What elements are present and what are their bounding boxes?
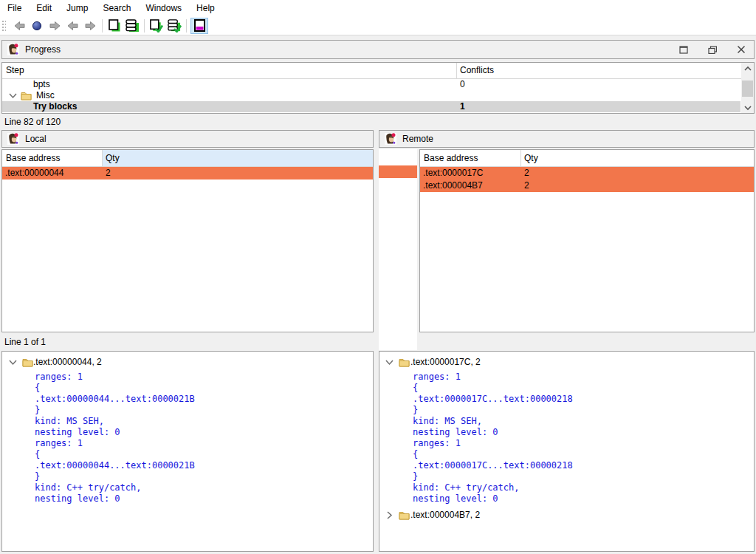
column-divider[interactable] [520, 150, 521, 166]
step-row-misc[interactable]: Misc [2, 90, 740, 101]
code-line: { [413, 449, 573, 460]
back-arrow-icon[interactable] [11, 18, 27, 34]
hexrays-lady-icon [7, 44, 19, 55]
local-row[interactable]: .text:00000044 2 [2, 167, 373, 179]
chevron-right-icon[interactable] [385, 510, 395, 520]
code-line: ranges: 1 [35, 438, 195, 449]
file-document-icon[interactable] [106, 18, 123, 34]
code-line: kind: MS SEH, [413, 416, 573, 427]
toolbar-separator [144, 19, 145, 33]
step-conflicts: 1 [460, 101, 465, 112]
step-label: bpts [33, 79, 50, 90]
merge-view-mode-icon[interactable] [190, 18, 208, 34]
progress-titlebar[interactable]: Progress [1, 40, 755, 59]
column-header-qty[interactable]: Qty [524, 153, 538, 163]
database-stack-icon[interactable] [124, 18, 140, 34]
file-document-accept-icon[interactable] [148, 18, 165, 34]
current-location-dot-icon[interactable] [29, 18, 45, 34]
diff-gutter [379, 149, 417, 350]
code-line: ranges: 1 [35, 372, 195, 383]
qty-cell: 2 [524, 167, 529, 179]
column-header-qty[interactable]: Qty [106, 153, 120, 163]
menu-edit[interactable]: Edit [29, 1, 59, 16]
local-table-header: Base address Qty [2, 150, 373, 167]
folder-icon [399, 357, 410, 367]
folder-icon [399, 510, 410, 520]
chevron-down-icon[interactable] [8, 91, 18, 100]
column-header-base-address[interactable]: Base address [424, 153, 478, 163]
restore-icon[interactable] [704, 41, 721, 58]
scroll-down-icon[interactable] [741, 102, 754, 113]
steps-table-header: Step Conflicts [2, 63, 754, 79]
prev-difference-arrow-icon[interactable] [64, 18, 80, 34]
close-icon[interactable] [733, 41, 749, 58]
local-detail-node[interactable]: .text:00000044, 2 [2, 356, 373, 368]
code-line: kind: C++ try/catch, [413, 482, 573, 493]
next-difference-arrow-icon[interactable] [82, 18, 98, 34]
line-status-bottom-text: Line 1 of 1 [4, 337, 46, 347]
chevron-down-icon[interactable] [385, 358, 395, 367]
step-row-bpts[interactable]: bpts 0 [2, 79, 740, 90]
remote-table-header: Base address Qty [420, 150, 754, 167]
hexrays-lady-icon [385, 133, 396, 145]
line-status-top: Line 82 of 120 [0, 114, 756, 129]
remote-row[interactable]: .text:0000017C 2 [420, 167, 754, 179]
remote-title: Remote [402, 134, 433, 144]
base-address-cell: .text:0000017C [423, 167, 483, 179]
base-address-cell: .text:000004B7 [423, 179, 483, 192]
code-line: { [413, 383, 573, 394]
remote-detail-collapsed-node[interactable]: .text:000004B7, 2 [379, 509, 754, 521]
menu-windows[interactable]: Windows [138, 1, 189, 16]
menu-file[interactable]: File [0, 1, 29, 16]
column-header-conflicts[interactable]: Conflicts [460, 65, 494, 75]
remote-row[interactable]: .text:000004B7 2 [420, 179, 754, 192]
maximize-icon[interactable] [676, 41, 692, 58]
hexrays-lady-icon [7, 133, 19, 145]
folder-icon [21, 90, 32, 100]
toolbar-separator [102, 19, 103, 33]
code-line: nesting level: 0 [413, 493, 573, 505]
code-line: } [35, 471, 195, 482]
chevron-down-icon[interactable] [8, 358, 18, 367]
steps-scrollbar[interactable] [741, 63, 754, 113]
remote-detail-node[interactable]: .text:0000017C, 2 [379, 356, 754, 368]
step-row-try-blocks[interactable]: Try blocks 1 [2, 101, 740, 112]
scroll-up-icon[interactable] [741, 63, 754, 74]
remote-detail-code: ranges: 1{.text:0000017C...text:00000218… [413, 372, 573, 505]
diff-gutter-marker[interactable] [379, 165, 417, 178]
code-line: nesting level: 0 [35, 427, 195, 438]
code-line: kind: MS SEH, [35, 416, 195, 427]
base-address-cell: .text:00000044 [5, 167, 63, 179]
merge-tool-window: File Edit Jump Search Windows Help Progr… [0, 0, 756, 554]
menu-bar: File Edit Jump Search Windows Help [0, 0, 756, 16]
code-line: .text:0000017C...text:00000218 [413, 394, 573, 405]
column-divider[interactable] [456, 63, 457, 78]
local-titlebar: Local [1, 130, 374, 148]
local-address-table: Base address Qty .text:00000044 2 [1, 149, 374, 332]
code-line: } [413, 405, 573, 416]
local-detail-pane: .text:00000044, 2 ranges: 1{.text:000000… [1, 351, 374, 552]
step-label: Try blocks [33, 101, 77, 112]
progress-title: Progress [25, 44, 61, 55]
code-line: nesting level: 0 [35, 493, 195, 505]
remote-titlebar: Remote [379, 130, 755, 148]
qty-column-highlight [103, 150, 373, 166]
column-header-base-address[interactable]: Base address [6, 153, 60, 163]
menu-help[interactable]: Help [189, 1, 222, 16]
code-line: } [413, 471, 573, 482]
column-divider[interactable] [102, 150, 103, 166]
column-header-step[interactable]: Step [6, 65, 24, 75]
menu-jump[interactable]: Jump [59, 1, 95, 16]
scroll-thumb[interactable] [742, 81, 753, 97]
database-stack-accept-icon[interactable] [166, 18, 182, 34]
line-status-bottom: Line 1 of 1 [0, 334, 756, 350]
local-detail-code: ranges: 1{.text:00000044...text:0000021B… [35, 372, 195, 505]
code-line: .text:0000017C...text:00000218 [413, 460, 573, 471]
steps-table: Step Conflicts bpts 0 Misc Try blocks 1 [1, 62, 755, 114]
menu-search[interactable]: Search [95, 1, 138, 16]
toolbar-drag-handle[interactable] [1, 20, 6, 32]
code-line: .text:00000044...text:0000021B [35, 394, 195, 405]
node-label: .text:0000017C, 2 [410, 356, 481, 368]
forward-arrow-icon[interactable] [47, 18, 63, 34]
toolbar-separator [186, 19, 187, 33]
